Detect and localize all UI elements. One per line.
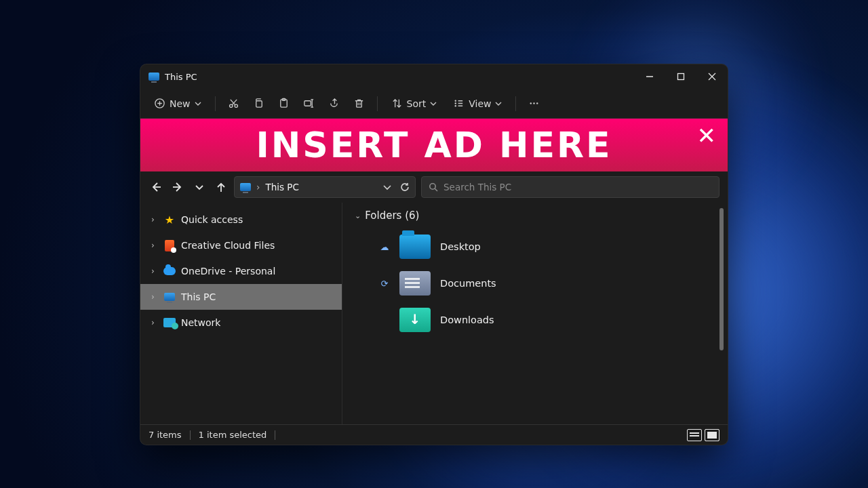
network-icon [163,317,176,329]
cloud-status-icon: ☁ [379,242,390,252]
titlebar: This PC [140,64,728,89]
window-title: This PC [165,72,197,82]
new-button[interactable]: New [147,94,208,113]
ad-text: INSERT AD HERE [256,125,612,165]
close-button[interactable] [696,64,728,89]
breadcrumb-location: This PC [265,182,298,192]
star-icon: ★ [163,214,176,226]
group-label: Folders (6) [365,209,419,222]
folder-icon [399,271,431,296]
group-header-folders[interactable]: ⌄ Folders (6) [355,209,717,222]
chevron-right-icon: › [151,266,158,276]
sidebar-item-label: This PC [181,291,216,302]
svg-point-29 [530,102,532,104]
folder-item-downloads[interactable]: Downloads [355,302,717,338]
status-bar: 7 items 1 item selected [140,424,728,445]
scissors-icon [228,98,239,109]
this-pc-icon [149,73,159,81]
window-body: › ★ Quick access › Creative Cloud Files … [140,203,728,424]
window-controls [634,64,728,89]
folder-item-documents[interactable]: ⟳ Documents [355,265,717,302]
toolbar-separator [377,96,378,111]
view-toggles [687,429,719,441]
back-button[interactable] [149,180,163,195]
chevron-right-icon: › [151,292,158,302]
sidebar-item-label: OneDrive - Personal [181,266,275,277]
this-pc-icon [163,291,176,303]
sidebar-item-this-pc[interactable]: › This PC [140,284,342,310]
chevron-down-icon[interactable] [382,182,392,192]
search-input[interactable]: Search This PC [421,176,719,198]
svg-point-25 [455,105,456,106]
ad-close-button[interactable]: ✕ [697,124,719,147]
folder-label: Downloads [440,314,494,325]
new-button-label: New [170,98,191,109]
svg-point-35 [430,184,435,189]
toolbar-separator [515,96,516,111]
status-selected-count: 1 item selected [199,430,267,440]
folder-item-desktop[interactable]: ☁ Desktop [355,228,717,265]
status-item-count: 7 items [149,430,182,440]
sort-icon [391,98,403,109]
cut-button[interactable] [222,94,245,113]
search-placeholder: Search This PC [443,182,511,192]
chevron-down-icon [430,100,437,107]
minimize-button[interactable] [634,64,665,89]
search-icon [429,182,438,192]
view-button[interactable]: View [446,94,509,113]
svg-point-30 [534,102,535,104]
copy-icon [253,98,264,109]
sidebar-item-creative-cloud[interactable]: › Creative Cloud Files [140,232,342,258]
chevron-right-icon: › [151,241,158,250]
sidebar-item-label: Creative Cloud Files [181,240,275,251]
delete-button[interactable] [348,94,370,113]
status-separator [275,430,275,440]
chevron-right-icon: › [256,182,260,192]
file-explorer-window: This PC New [140,64,728,445]
refresh-icon[interactable] [400,182,410,192]
sidebar-item-network[interactable]: › Network [140,310,342,336]
rename-icon [303,98,315,109]
up-button[interactable] [214,180,229,195]
svg-rect-1 [678,74,684,80]
recent-locations-button[interactable] [192,180,207,195]
toolbar: New Sort View [140,89,728,119]
folder-icon [399,308,431,332]
sidebar-item-label: Quick access [181,214,243,225]
view-icon [453,98,465,109]
svg-rect-14 [304,101,310,106]
chevron-down-icon: ⌄ [355,211,361,220]
ad-banner: INSERT AD HERE ✕ [140,119,728,171]
more-button[interactable] [523,94,545,113]
scrollbar[interactable] [719,208,724,350]
status-separator [190,430,191,440]
forward-button[interactable] [170,180,185,195]
copy-button[interactable] [248,94,270,113]
folder-icon [399,235,431,259]
chevron-right-icon: › [151,215,158,224]
maximize-button[interactable] [665,64,696,89]
sort-button-label: Sort [407,98,427,109]
svg-line-36 [435,188,437,191]
svg-point-24 [455,102,456,104]
sync-status-icon: ⟳ [379,279,390,289]
thumbnails-view-toggle[interactable] [705,429,719,441]
sidebar-item-onedrive[interactable]: › OneDrive - Personal [140,258,342,284]
nav-row: › This PC Search This PC [140,171,728,203]
view-button-label: View [469,98,491,109]
nav-buttons [149,180,229,195]
share-button[interactable] [323,94,345,113]
creative-cloud-icon [163,239,176,251]
clipboard-icon [278,98,290,109]
sidebar-item-quick-access[interactable]: › ★ Quick access [140,207,342,232]
folder-label: Documents [440,278,496,289]
sort-button[interactable]: Sort [384,94,444,113]
details-view-toggle[interactable] [687,429,702,441]
ellipsis-icon [528,98,540,109]
paste-button[interactable] [273,94,295,113]
toolbar-separator [215,96,216,111]
address-bar[interactable]: › This PC [234,176,416,198]
rename-button[interactable] [298,94,320,113]
folder-label: Desktop [440,241,481,252]
chevron-down-icon [195,100,201,107]
